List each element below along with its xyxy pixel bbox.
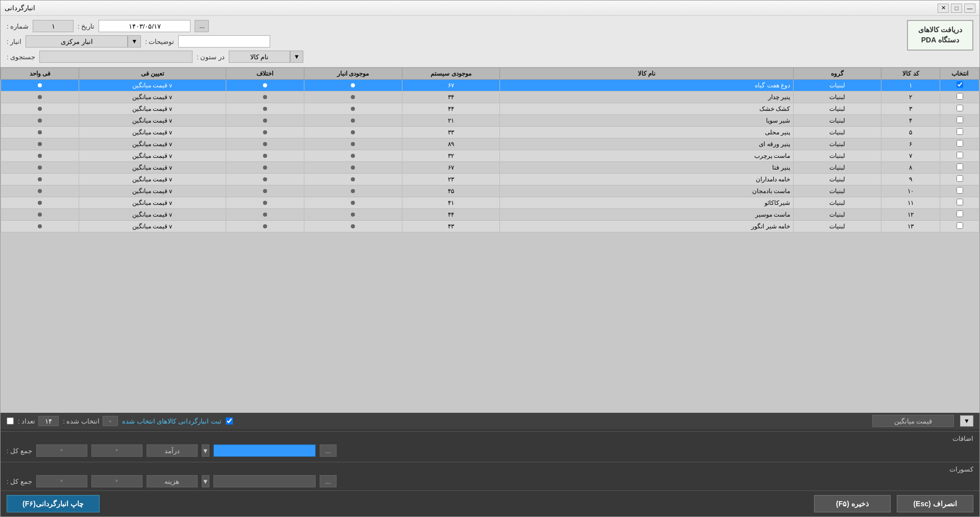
select-cell[interactable]	[940, 127, 979, 138]
select-cell[interactable]	[940, 197, 979, 209]
select-cell[interactable]	[940, 138, 979, 150]
price-type-dropdown-icon[interactable]: ∨	[169, 223, 173, 230]
price-type-cell[interactable]: ∨ قیمت میانگین	[79, 138, 226, 150]
select-cell[interactable]	[940, 221, 979, 232]
additions-type-select[interactable]	[147, 444, 198, 457]
date-dots-button[interactable]: ...	[195, 20, 209, 32]
header-select[interactable]: انتخاب	[940, 68, 979, 80]
row-checkbox[interactable]	[957, 128, 963, 135]
price-type-dropdown-icon[interactable]: ∨	[169, 165, 173, 171]
table-row[interactable]: ۲ لبنیات پنیر چدار ۳۴ ∨ قیمت میانگین	[1, 91, 979, 103]
price-type-dropdown-icon[interactable]: ∨	[169, 129, 173, 136]
table-container[interactable]: انتخاب کد کالا گروه نام کالا موجودی سیست…	[1, 67, 979, 413]
price-type-dropdown-icon[interactable]: ∨	[169, 82, 173, 89]
table-row[interactable]: ۳ لبنیات کشک خشک ۴۴ ∨ قیمت میانگین	[1, 103, 979, 115]
select-cell[interactable]	[940, 185, 979, 197]
search-input[interactable]	[39, 51, 193, 63]
table-row[interactable]: ۱ لبنیات دوغ هفت گیاه ۶۷ ∨ قیمت میانگین	[1, 80, 979, 91]
price-type-cell[interactable]: ∨ قیمت میانگین	[79, 127, 226, 138]
price-type-dropdown-icon[interactable]: ∨	[169, 141, 173, 148]
save-button[interactable]: ذخیره (F۵)	[814, 495, 891, 512]
price-type-cell[interactable]: ∨ قیمت میانگین	[79, 185, 226, 197]
row-checkbox[interactable]	[957, 105, 963, 111]
price-type-dropdown-icon[interactable]: ∨	[169, 200, 173, 206]
price-type-dropdown-icon[interactable]: ∨	[169, 176, 173, 183]
table-row[interactable]: ۹ لبنیات خامه دامداران ۲۳ ∨ قیمت میانگین	[1, 174, 979, 185]
row-checkbox[interactable]	[957, 210, 963, 217]
minimize-button[interactable]: —	[964, 4, 975, 13]
table-row[interactable]: ۸ لبنیات پنیر فتا ۶۷ ∨ قیمت میانگین	[1, 162, 979, 174]
select-cell[interactable]	[940, 174, 979, 185]
select-cell[interactable]	[940, 103, 979, 115]
select-cell[interactable]	[940, 209, 979, 221]
table-row[interactable]: ۶ لبنیات پنیر ورقه ای ۸۹ ∨ قیمت میانگین	[1, 138, 979, 150]
close-button[interactable]: ✕	[938, 4, 949, 13]
price-type-dropdown-icon[interactable]: ∨	[169, 118, 173, 124]
additions-dots-button[interactable]: ...	[320, 444, 337, 457]
table-row[interactable]: ۷ لبنیات ماست پرچرب ۳۲ ∨ قیمت میانگین	[1, 150, 979, 162]
row-checkbox[interactable]	[957, 163, 963, 170]
register-checkbox[interactable]	[226, 417, 233, 425]
group-cell: لبنیات	[793, 162, 881, 174]
date-input[interactable]	[99, 20, 190, 32]
additions-type-input[interactable]	[213, 444, 316, 457]
table-row[interactable]: ۱۱ لبنیات شیرکاکائو ۴۱ ∨ قیمت میانگین	[1, 197, 979, 209]
deductions-dots-button[interactable]: ...	[320, 475, 337, 487]
row-checkbox[interactable]	[957, 140, 963, 147]
select-cell[interactable]	[940, 115, 979, 127]
price-type-dropdown-icon[interactable]: ∨	[169, 188, 173, 195]
price-type-cell[interactable]: ∨ قیمت میانگین	[79, 91, 226, 103]
price-type-cell[interactable]: ∨ قیمت میانگین	[79, 209, 226, 221]
deductions-input[interactable]	[213, 475, 316, 487]
row-checkbox[interactable]	[957, 222, 963, 229]
table-row[interactable]: ۱۲ لبنیات ماست موسیر ۴۴ ∨ قیمت میانگین	[1, 209, 979, 221]
price-type-dropdown-icon[interactable]: ∨	[169, 106, 173, 112]
select-cell[interactable]	[940, 91, 979, 103]
diff-cell	[226, 91, 304, 103]
deductions-dropdown-button[interactable]: ▼	[202, 475, 209, 487]
table-row[interactable]: ۴ لبنیات شیر سویا ۲۱ ∨ قیمت میانگین	[1, 115, 979, 127]
pda-button[interactable]: دریافت کالاهایدستگاه PDA	[907, 20, 973, 51]
description-input[interactable]	[178, 35, 270, 48]
row-checkbox[interactable]	[957, 152, 963, 158]
row-checkbox[interactable]	[957, 187, 963, 194]
price-type-cell[interactable]: ∨ قیمت میانگین	[79, 174, 226, 185]
warehouse-dropdown-button[interactable]: ▼	[128, 35, 141, 48]
maximize-button[interactable]: □	[951, 4, 962, 13]
price-type-dropdown-bottom[interactable]: ▼	[960, 415, 973, 427]
table-row[interactable]: ۱۰ لبنیات ماست بادمجان ۴۵ ∨ قیمت میانگین	[1, 185, 979, 197]
cancel-button[interactable]: انصراف (Esc)	[897, 495, 973, 512]
price-type-cell[interactable]: ∨ قیمت میانگین	[79, 80, 226, 91]
row-checkbox[interactable]	[957, 81, 963, 88]
price-type-cell[interactable]: ∨ قیمت میانگین	[79, 150, 226, 162]
price-type-cell[interactable]: ∨ قیمت میانگین	[79, 221, 226, 232]
additions-dropdown-button[interactable]: ▼	[202, 444, 209, 457]
column-dropdown-button[interactable]: ▼	[290, 51, 303, 63]
price-type-dropdown-icon[interactable]: ∨	[169, 94, 173, 101]
print-button[interactable]: چاپ انبارگردانی(F۶)	[7, 495, 100, 512]
window-title: انبارگردانی	[5, 4, 35, 12]
row-checkbox[interactable]	[957, 199, 963, 205]
select-cell[interactable]	[940, 162, 979, 174]
price-type-dropdown-icon[interactable]: ∨	[169, 212, 173, 218]
select-cell[interactable]	[940, 80, 979, 91]
bottom-price-input[interactable]	[872, 415, 954, 427]
table-row[interactable]: ۱۳ لبنیات خامه شیر انگور ۴۳ ∨ قیمت میانگ…	[1, 221, 979, 232]
select-cell[interactable]	[940, 150, 979, 162]
count-all-checkbox[interactable]	[7, 417, 14, 425]
name-cell: ماست بادمجان	[500, 185, 794, 197]
warehouse-input[interactable]	[26, 35, 128, 48]
row-checkbox[interactable]	[957, 116, 963, 123]
price-type-cell[interactable]: ∨ قیمت میانگین	[79, 197, 226, 209]
row-checkbox[interactable]	[957, 175, 963, 182]
price-type-cell[interactable]: ∨ قیمت میانگین	[79, 115, 226, 127]
price-type-cell[interactable]: ∨ قیمت میانگین	[79, 162, 226, 174]
table-row[interactable]: ۵ لبنیات پنیر محلی ۳۳ ∨ قیمت میانگین	[1, 127, 979, 138]
price-type-dropdown-icon[interactable]: ∨	[169, 153, 173, 159]
column-input[interactable]	[229, 51, 290, 63]
price-type-cell[interactable]: ∨ قیمت میانگین	[79, 103, 226, 115]
deductions-type-select[interactable]	[147, 475, 198, 487]
dot-icon	[351, 224, 355, 228]
row-checkbox[interactable]	[957, 93, 963, 100]
number-input[interactable]	[33, 20, 74, 32]
